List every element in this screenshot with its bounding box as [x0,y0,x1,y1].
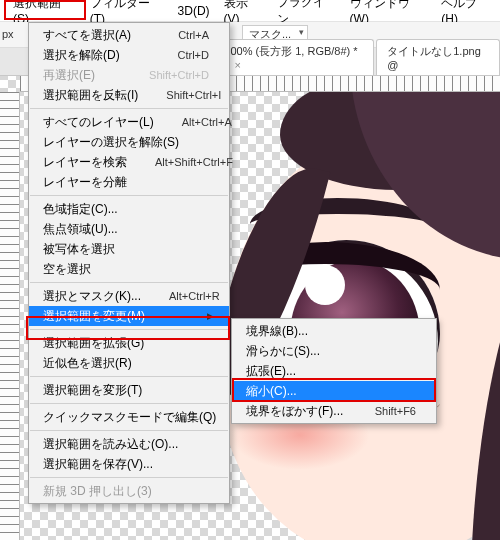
close-icon[interactable]: × [234,59,240,71]
document-tab-2-label: タイトルなし1.png @ [387,45,481,71]
menu-item-reselect[interactable]: 再選択(E)Shift+Ctrl+D [29,65,229,85]
menu-item-inverse[interactable]: 選択範囲を反転(I)Shift+Ctrl+I [29,85,229,105]
submenu-item-smooth[interactable]: 滑らかに(S)... [232,341,436,361]
document-tab-2[interactable]: タイトルなし1.png @ [376,39,500,75]
menu-item-deselect[interactable]: 選択を解除(D)Ctrl+D [29,45,229,65]
menu-item-find-layers[interactable]: レイヤーを検索Alt+Shift+Ctrl+F [29,152,229,172]
menu-item-focus-area[interactable]: 焦点領域(U)... [29,219,229,239]
menu-separator [30,282,228,283]
menu-item-select-and-mask[interactable]: 選択とマスク(K)...Alt+Ctrl+R [29,286,229,306]
menu-separator [30,430,228,431]
document-tab-1-label: 00% (長方形 1, RGB/8#) * [230,45,357,57]
menu-item-all-layers[interactable]: すべてのレイヤー(L)Alt+Ctrl+A [29,112,229,132]
menu-3d[interactable]: 3D(D) [171,1,217,21]
document-tab-1[interactable]: 00% (長方形 1, RGB/8#) * × [219,39,374,75]
menu-separator [30,329,228,330]
menu-item-deselect-layers[interactable]: レイヤーの選択を解除(S) [29,132,229,152]
menu-separator [30,108,228,109]
submenu-item-expand[interactable]: 拡張(E)... [232,361,436,381]
menubar: 選択範囲(S) フィルター(T) 3D(D) 表示(V) プラグイン ウィンドウ… [0,0,500,22]
submenu-item-feather[interactable]: 境界をぼかす(F)...Shift+F6 [232,401,436,421]
menu-item-modify[interactable]: 選択範囲を変更(M) [29,306,229,326]
select-menu: すべてを選択(A)Ctrl+A 選択を解除(D)Ctrl+D 再選択(E)Shi… [28,22,230,504]
menu-item-transform-selection[interactable]: 選択範囲を変形(T) [29,380,229,400]
ruler-vertical [0,92,20,540]
menu-separator [30,376,228,377]
menu-item-select-all[interactable]: すべてを選択(A)Ctrl+A [29,25,229,45]
submenu-item-border[interactable]: 境界線(B)... [232,321,436,341]
menu-item-load-selection[interactable]: 選択範囲を読み込む(O)... [29,434,229,454]
menu-item-sky[interactable]: 空を選択 [29,259,229,279]
menu-item-grow[interactable]: 選択範囲を拡張(G) [29,333,229,353]
menu-item-quick-mask[interactable]: クイックマスクモードで編集(Q) [29,407,229,427]
menu-item-save-selection[interactable]: 選択範囲を保存(V)... [29,454,229,474]
menu-separator [30,477,228,478]
modify-submenu: 境界線(B)... 滑らかに(S)... 拡張(E)... 縮小(C)... 境… [231,318,437,424]
menu-item-new-3d-extrusion[interactable]: 新規 3D 押し出し(3) [29,481,229,501]
menu-separator [30,403,228,404]
submenu-item-contract[interactable]: 縮小(C)... [232,381,436,401]
menu-item-color-range[interactable]: 色域指定(C)... [29,199,229,219]
menu-separator [30,195,228,196]
menu-item-similar[interactable]: 近似色を選択(R) [29,353,229,373]
menu-item-isolate-layers[interactable]: レイヤーを分離 [29,172,229,192]
menu-item-subject[interactable]: 被写体を選択 [29,239,229,259]
px-label: px [2,28,14,40]
